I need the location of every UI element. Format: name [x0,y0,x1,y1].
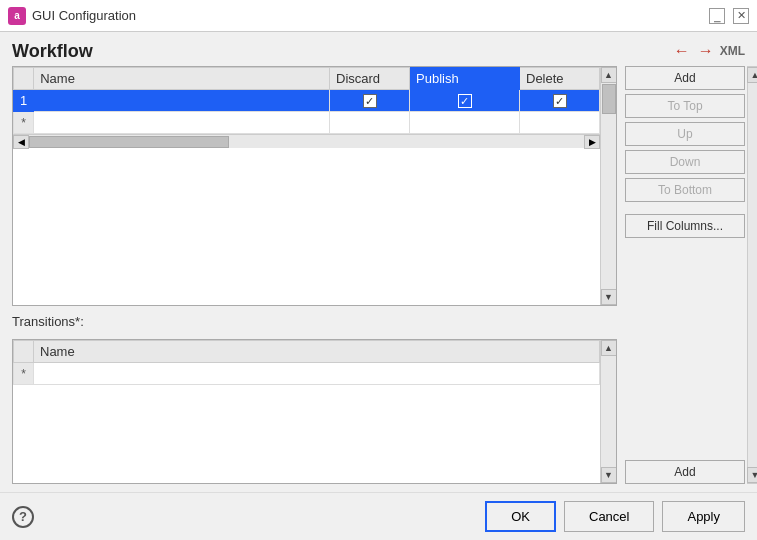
new-row[interactable]: * [14,112,600,134]
window-controls: ⎯ ✕ [709,8,749,24]
app-icon: a [8,7,26,25]
xml-label: XML [720,44,745,58]
row-num-header [14,68,34,90]
dialog-header: Workflow ← → XML [0,32,757,66]
new-discard-cell[interactable] [330,112,410,134]
footer: ? OK Cancel Apply [0,492,757,540]
outer-scroll-track[interactable] [748,83,757,467]
new-publish-cell[interactable] [410,112,520,134]
transitions-table: Name * [13,340,600,385]
trans-star-cell: * [14,363,34,385]
transitions-container: Name * [13,340,600,483]
right-panel: Add To Top Up Down To Bottom Fill Column… [625,66,745,484]
transitions-vscroll[interactable]: ▲ ▼ [600,340,616,483]
trans-vscroll-track[interactable] [601,356,616,467]
delete-checkbox[interactable] [553,94,567,108]
row-discard-cell[interactable] [330,90,410,112]
to-top-button[interactable]: To Top [625,94,745,118]
up-button[interactable]: Up [625,122,745,146]
row-publish-cell[interactable] [410,90,520,112]
workflow-vscroll[interactable]: ▲ ▼ [600,67,616,305]
title-bar: a GUI Configuration ⎯ ✕ [0,0,757,32]
workflow-table: Name Discard Publish Delete 1 [13,67,600,134]
trans-name-cell[interactable] [34,363,600,385]
minimize-button[interactable]: ⎯ [709,8,725,24]
star-cell: * [14,112,34,134]
transitions-label: Transitions*: [12,314,617,329]
transitions-section: Name * ▲ ▼ [12,339,617,484]
hscroll-thumb[interactable] [29,136,229,148]
apply-button[interactable]: Apply [662,501,745,532]
arrow-forward-icon[interactable]: → [696,40,716,62]
to-bottom-button[interactable]: To Bottom [625,178,745,202]
publish-col-header: Publish [410,68,520,90]
vscroll-thumb[interactable] [602,84,616,114]
hscroll-left-arrow[interactable]: ◀ [13,135,29,149]
row-delete-cell[interactable] [520,90,600,112]
new-delete-cell[interactable] [520,112,600,134]
outer-scrollbar[interactable]: ▲ ▼ [747,66,757,484]
delete-col-header: Delete [520,68,600,90]
main-content: Name Discard Publish Delete 1 [0,66,757,492]
fill-columns-button[interactable]: Fill Columns... [625,214,745,238]
trans-vscroll-up[interactable]: ▲ [601,340,617,356]
row-num-cell: 1 [14,90,34,112]
arrow-back-icon[interactable]: ← [672,40,692,62]
header-icons: ← → XML [672,40,745,62]
outer-scroll-up[interactable]: ▲ [747,67,757,83]
discard-checkbox[interactable] [363,94,377,108]
table-row[interactable]: 1 [14,90,600,112]
trans-rownum-header [14,341,34,363]
workflow-table-container: Name Discard Publish Delete 1 [13,67,600,305]
hscroll-track[interactable] [29,135,584,148]
footer-buttons: OK Cancel Apply [485,501,745,532]
discard-col-header: Discard [330,68,410,90]
vscroll-up-arrow[interactable]: ▲ [601,67,617,83]
add-button[interactable]: Add [625,66,745,90]
page-title: Workflow [12,41,93,62]
footer-left: ? [12,506,34,528]
name-col-header: Name [34,68,330,90]
help-button[interactable]: ? [12,506,34,528]
row-name-cell[interactable] [34,90,330,112]
transitions-new-row[interactable]: * [14,363,600,385]
dialog-body: Workflow ← → XML Name Discard Pu [0,32,757,540]
left-panel: Name Discard Publish Delete 1 [12,66,617,484]
outer-scroll-down[interactable]: ▼ [747,467,757,483]
trans-name-header: Name [34,341,600,363]
down-button[interactable]: Down [625,150,745,174]
vscroll-down-arrow[interactable]: ▼ [601,289,617,305]
vscroll-track[interactable] [601,83,616,289]
h-scrollbar[interactable]: ◀ ▶ [13,134,600,148]
trans-vscroll-down[interactable]: ▼ [601,467,617,483]
close-button[interactable]: ✕ [733,8,749,24]
cancel-button[interactable]: Cancel [564,501,654,532]
workflow-table-section: Name Discard Publish Delete 1 [12,66,617,306]
app-name: GUI Configuration [32,8,703,23]
transitions-add-button[interactable]: Add [625,460,745,484]
new-name-cell[interactable] [34,112,330,134]
publish-checkbox[interactable] [458,94,472,108]
ok-button[interactable]: OK [485,501,556,532]
hscroll-right-arrow[interactable]: ▶ [584,135,600,149]
